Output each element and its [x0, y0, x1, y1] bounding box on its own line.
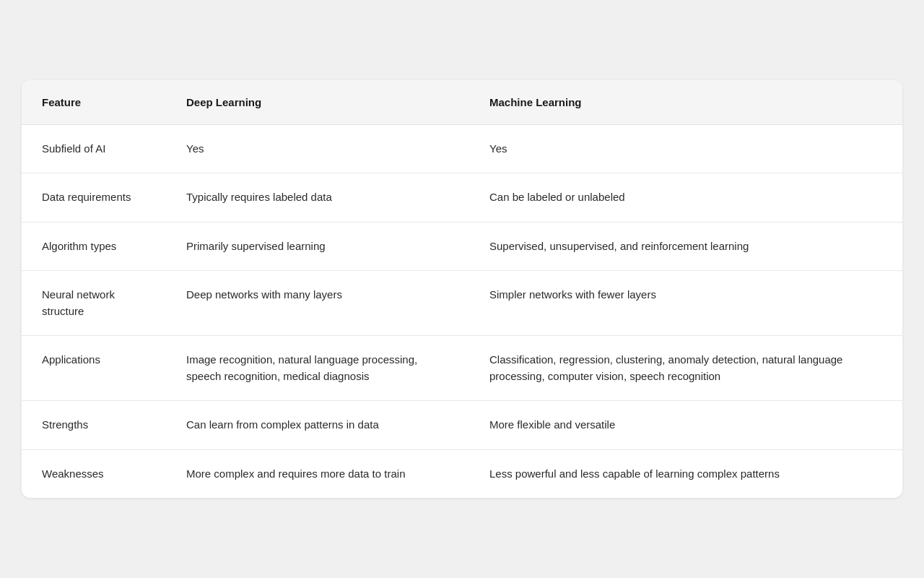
table-row: StrengthsCan learn from complex patterns… [22, 401, 902, 450]
table-row: Subfield of AIYesYes [22, 124, 902, 173]
cell-feature: Data requirements [22, 173, 166, 223]
table-header-row: Feature Deep Learning Machine Learning [22, 80, 902, 125]
header-deep-learning: Deep Learning [166, 80, 469, 125]
table-row: Data requirementsTypically requires labe… [22, 173, 902, 223]
cell-deep-learning: Primarily supervised learning [166, 222, 469, 271]
cell-deep-learning: More complex and requires more data to t… [166, 449, 469, 498]
cell-feature: Strengths [22, 401, 166, 450]
cell-machine-learning: More flexible and versatile [469, 401, 902, 450]
cell-machine-learning: Supervised, unsupervised, and reinforcem… [469, 222, 902, 271]
cell-machine-learning: Can be labeled or unlabeled [469, 173, 902, 223]
table-row: WeaknessesMore complex and requires more… [22, 449, 902, 498]
header-feature: Feature [22, 80, 166, 125]
cell-deep-learning: Can learn from complex patterns in data [166, 401, 469, 450]
cell-deep-learning: Yes [166, 124, 469, 173]
cell-deep-learning: Typically requires labeled data [166, 173, 469, 223]
comparison-table: Feature Deep Learning Machine Learning S… [22, 80, 902, 499]
cell-feature: Weaknesses [22, 449, 166, 498]
header-machine-learning: Machine Learning [469, 80, 902, 125]
cell-machine-learning: Yes [469, 124, 902, 173]
cell-machine-learning: Simpler networks with fewer layers [469, 271, 902, 336]
table-row: ApplicationsImage recognition, natural l… [22, 336, 902, 401]
cell-deep-learning: Deep networks with many layers [166, 271, 469, 336]
cell-machine-learning: Classification, regression, clustering, … [469, 336, 902, 401]
cell-deep-learning: Image recognition, natural language proc… [166, 336, 469, 401]
cell-machine-learning: Less powerful and less capable of learni… [469, 449, 902, 498]
cell-feature: Applications [22, 336, 166, 401]
table-row: Neural network structureDeep networks wi… [22, 271, 902, 336]
cell-feature: Neural network structure [22, 271, 166, 336]
cell-feature: Subfield of AI [22, 124, 166, 173]
comparison-table-container: Feature Deep Learning Machine Learning S… [22, 80, 902, 499]
table-row: Algorithm typesPrimarily supervised lear… [22, 222, 902, 271]
cell-feature: Algorithm types [22, 222, 166, 271]
